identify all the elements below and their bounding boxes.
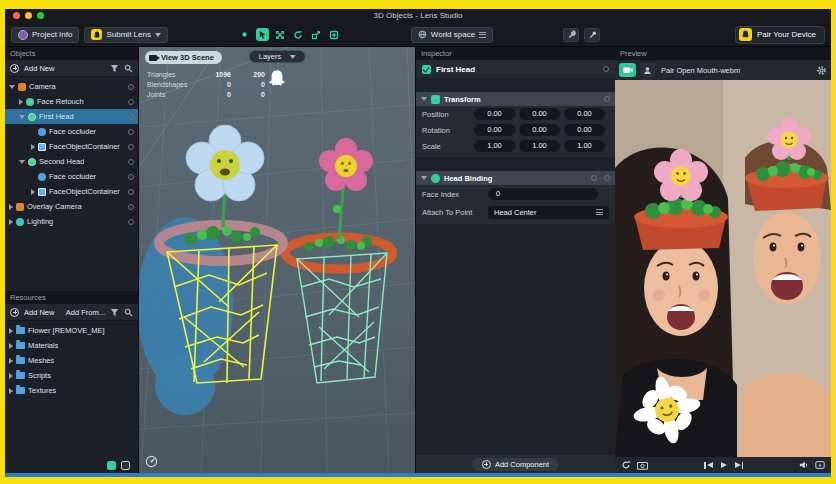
tree-item-overlay-camera[interactable]: Overlay Camera (5, 199, 138, 214)
caret-icon[interactable] (19, 99, 23, 105)
position-z-input[interactable]: 0.00 (564, 108, 605, 120)
resources-add-new-button[interactable]: Add New (24, 308, 54, 317)
visibility-toggle[interactable] (128, 174, 134, 180)
move-tool-icon[interactable] (274, 28, 287, 41)
filter-icon[interactable] (110, 308, 119, 317)
visibility-toggle[interactable] (128, 84, 134, 90)
caret-icon[interactable] (9, 388, 13, 394)
rotation-x-input[interactable]: 0.00 (474, 124, 515, 136)
scene-viewport[interactable]: View 3D Scene Triangles1096200 Blendshap… (139, 47, 415, 473)
volume-icon[interactable] (799, 460, 809, 470)
position-y-input[interactable]: 0.00 (519, 108, 560, 120)
tree-item-face-occluder[interactable]: Face occluder (5, 169, 138, 184)
caret-icon[interactable] (421, 97, 427, 101)
resource-folder-scripts[interactable]: Scripts (5, 368, 138, 383)
resource-folder-flower[interactable]: Flower [REMOVE_ME] (5, 323, 138, 338)
scale-y-input[interactable]: 1.00 (519, 140, 560, 152)
project-info-button[interactable]: Project Info (11, 27, 79, 43)
maximize-window-button[interactable] (37, 12, 44, 19)
wrench-tool-button[interactable] (563, 28, 579, 42)
compass-icon[interactable] (145, 455, 158, 468)
visibility-toggle[interactable] (128, 189, 134, 195)
head-binding-section-header[interactable]: Head Binding (416, 171, 615, 185)
caret-icon[interactable] (31, 144, 35, 150)
objects-add-new-button[interactable]: Add New (24, 64, 54, 73)
caret-icon[interactable] (9, 328, 13, 334)
tree-item-second-head[interactable]: Second Head (5, 154, 138, 169)
play-button[interactable] (721, 462, 727, 468)
search-icon[interactable] (124, 308, 133, 317)
settings-icon[interactable] (591, 175, 597, 181)
scale-tool-icon[interactable] (310, 28, 323, 41)
caret-icon[interactable] (31, 189, 35, 195)
visibility-toggle[interactable] (128, 129, 134, 135)
tree-item-faceobjectcontainer[interactable]: FaceObjectContainer (5, 139, 138, 154)
resource-folder-materials[interactable]: Materials (5, 338, 138, 353)
scene-canvas[interactable] (139, 47, 415, 473)
paint-tool-button[interactable] (584, 28, 600, 42)
tree-item-face-retouch[interactable]: Face Retouch (5, 94, 138, 109)
tree-item-lighting[interactable]: Lighting (5, 214, 138, 229)
caret-icon[interactable] (19, 160, 25, 164)
visibility-toggle[interactable] (128, 144, 134, 150)
attach-to-point-dropdown[interactable]: Head Center (488, 206, 609, 219)
grid-view-toggle[interactable] (121, 461, 130, 470)
transform-section-header[interactable]: Transform (416, 92, 615, 106)
minimize-window-button[interactable] (25, 12, 32, 19)
caret-icon[interactable] (9, 204, 13, 210)
rotation-z-input[interactable]: 0.00 (564, 124, 605, 136)
caret-icon[interactable] (421, 176, 427, 180)
help-icon[interactable] (604, 96, 610, 102)
add-component-button[interactable]: Add Component (472, 458, 559, 471)
visibility-toggle[interactable] (128, 114, 134, 120)
next-frame-button[interactable] (735, 462, 744, 469)
reset-loop-icon[interactable] (621, 460, 631, 470)
material-view-toggle[interactable] (107, 461, 116, 470)
frame-tool-icon[interactable] (328, 28, 341, 41)
rotate-tool-icon[interactable] (292, 28, 305, 41)
pointer-tool-icon[interactable] (238, 28, 251, 41)
rotation-y-input[interactable]: 0.00 (519, 124, 560, 136)
caret-icon[interactable] (9, 373, 13, 379)
tree-item-first-head[interactable]: First Head (5, 109, 138, 124)
preview-source-label[interactable]: Pair Open Mouth-webm (659, 66, 812, 75)
person-preview-button[interactable] (640, 63, 655, 77)
resource-folder-textures[interactable]: Textures (5, 383, 138, 398)
position-x-input[interactable]: 0.00 (474, 108, 515, 120)
visibility-toggle[interactable] (128, 219, 134, 225)
filter-icon[interactable] (110, 64, 119, 73)
search-icon[interactable] (124, 64, 133, 73)
caret-icon[interactable] (9, 219, 13, 225)
snapshot-icon[interactable] (815, 460, 825, 470)
tree-item-faceobjectcontainer[interactable]: FaceObjectContainer (5, 184, 138, 199)
tree-item-camera[interactable]: Camera (5, 79, 138, 94)
gear-icon[interactable] (816, 65, 827, 76)
world-space-dropdown[interactable]: World space (411, 27, 493, 43)
pair-your-device-button[interactable]: Pair Your Device (735, 26, 825, 44)
scale-x-input[interactable]: 1.00 (474, 140, 515, 152)
tree-item-face-occluder[interactable]: Face occluder (5, 124, 138, 139)
submit-lens-button[interactable]: Submit Lens (84, 27, 167, 43)
select-tool-icon[interactable] (256, 28, 269, 41)
caret-icon[interactable] (9, 358, 13, 364)
visibility-toggle[interactable] (128, 159, 134, 165)
preview-video-canvas[interactable] (615, 80, 831, 457)
caret-icon[interactable] (9, 85, 15, 89)
caret-icon[interactable] (19, 115, 25, 119)
previous-frame-button[interactable] (704, 462, 713, 469)
layers-dropdown[interactable]: Layers (249, 50, 306, 63)
caret-icon[interactable] (9, 343, 13, 349)
camera-flip-icon[interactable] (637, 461, 648, 470)
webcam-preview-button[interactable] (619, 63, 636, 77)
view-3d-scene-button[interactable]: View 3D Scene (145, 51, 222, 64)
visibility-toggle[interactable] (128, 204, 134, 210)
scale-z-input[interactable]: 1.00 (564, 140, 605, 152)
resource-folder-meshes[interactable]: Meshes (5, 353, 138, 368)
help-icon[interactable] (604, 175, 610, 181)
close-window-button[interactable] (13, 12, 20, 19)
face-index-input[interactable]: 0 (488, 188, 598, 200)
visibility-toggle[interactable] (128, 99, 134, 105)
help-icon[interactable] (603, 66, 609, 72)
add-from-button[interactable]: Add From... (66, 308, 105, 317)
object-enabled-checkbox[interactable] (422, 65, 431, 74)
